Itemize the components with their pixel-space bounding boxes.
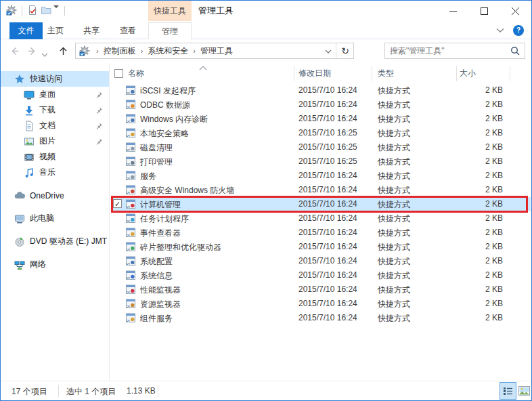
sidebar-item-pictures[interactable]: 图片 bbox=[1, 133, 109, 149]
file-size: 2 KB bbox=[453, 185, 503, 194]
file-row[interactable]: Windows 内存诊断2015/7/10 16:24快捷方式2 KB bbox=[111, 112, 531, 126]
file-row[interactable]: 资源监视器2015/7/10 16:24快捷方式2 KB bbox=[111, 297, 531, 311]
address-bar[interactable]: ›控制面板›系统和安全›管理工具 ↻ bbox=[75, 43, 354, 59]
file-icon bbox=[126, 213, 136, 224]
tab-share[interactable]: 共享 bbox=[75, 22, 108, 39]
file-type: 快捷方式 bbox=[378, 85, 410, 97]
select-all-checkbox[interactable] bbox=[114, 69, 123, 78]
sidebar-item-quick-access[interactable]: 快速访问 bbox=[1, 71, 109, 87]
breadcrumb-root-icon bbox=[79, 45, 90, 56]
file-date: 2015/7/10 16:24 bbox=[298, 299, 357, 308]
ribbon-collapse-button[interactable] bbox=[496, 21, 504, 39]
help-icon: ? bbox=[513, 25, 524, 36]
chevron-down-icon bbox=[496, 28, 504, 33]
videos-icon bbox=[24, 152, 35, 163]
file-row[interactable]: ✓计算机管理2015/7/10 16:24快捷方式2 KB bbox=[111, 197, 531, 211]
titlebar: 快捷工具 管理工具 bbox=[1, 1, 531, 21]
properties-icon[interactable] bbox=[27, 5, 39, 17]
thumbnails-view-icon bbox=[518, 386, 530, 396]
new-folder-icon[interactable] bbox=[41, 5, 53, 17]
column-header-size[interactable]: 大小 bbox=[460, 68, 476, 79]
file-icon bbox=[126, 228, 136, 238]
file-row[interactable]: iSCSI 发起程序2015/7/10 16:24快捷方式2 KB bbox=[111, 83, 531, 98]
file-size: 2 KB bbox=[453, 171, 503, 180]
file-row[interactable]: 服务2015/7/10 16:24快捷方式2 KB bbox=[111, 169, 531, 183]
file-icon bbox=[126, 171, 136, 181]
sidebar-item-this-pc[interactable]: 此电脑 bbox=[1, 211, 109, 226]
properties-icon bbox=[27, 5, 38, 16]
sidebar-item-videos[interactable]: 视频 bbox=[1, 149, 109, 165]
forward-icon[interactable] bbox=[26, 45, 38, 57]
file-row[interactable]: 性能监视器2015/7/10 16:24快捷方式2 KB bbox=[111, 282, 531, 297]
tab-home[interactable]: 主页 bbox=[39, 22, 72, 39]
breadcrumb-item[interactable]: 控制面板 bbox=[104, 45, 136, 57]
file-row[interactable]: 系统配置2015/7/10 16:24快捷方式2 KB bbox=[111, 254, 531, 268]
refresh-icon[interactable]: ↻ bbox=[339, 45, 351, 57]
minimize-button[interactable] bbox=[437, 1, 468, 21]
recent-locations-icon[interactable] bbox=[41, 48, 53, 60]
file-row[interactable]: 任务计划程序2015/7/10 16:24快捷方式2 KB bbox=[111, 211, 531, 226]
file-size: 2 KB bbox=[453, 313, 503, 322]
sidebar-item-downloads[interactable]: 下载 bbox=[1, 102, 109, 118]
status-bar: 17 个项目 选中 1 个项目 1.13 KB bbox=[1, 381, 531, 400]
file-type: 快捷方式 bbox=[378, 156, 410, 168]
sidebar-item-network[interactable]: 网络 bbox=[1, 257, 109, 272]
qat-separator bbox=[64, 6, 65, 16]
tab-manage[interactable]: 管理 bbox=[148, 22, 192, 39]
music-icon bbox=[24, 167, 35, 178]
breadcrumb-separator: › bbox=[141, 47, 143, 55]
navigation-pane: 快速访问桌面下载文档图片视频音乐OneDrive此电脑DVD 驱动器 (E:) … bbox=[1, 63, 110, 381]
thumbnails-view-button[interactable] bbox=[517, 382, 531, 400]
sidebar-item-dvd-drive[interactable]: DVD 驱动器 (E:) JMT bbox=[1, 234, 109, 249]
file-date: 2015/7/10 16:25 bbox=[298, 156, 357, 166]
file-row[interactable]: 磁盘清理2015/7/10 16:25快捷方式2 KB bbox=[111, 140, 531, 154]
file-row[interactable]: 碎片整理和优化驱动器2015/7/10 16:24快捷方式2 KB bbox=[111, 240, 531, 254]
pin-icon bbox=[95, 91, 103, 99]
file-row[interactable]: ODBC 数据源2015/7/10 16:24快捷方式2 KB bbox=[111, 98, 531, 112]
file-size: 2 KB bbox=[453, 213, 503, 223]
file-type: 快捷方式 bbox=[378, 142, 410, 154]
details-view-button[interactable] bbox=[500, 382, 516, 400]
file-row[interactable]: 事件查看器2015/7/10 16:24快捷方式2 KB bbox=[111, 226, 531, 240]
back-icon[interactable] bbox=[9, 45, 20, 57]
up-icon[interactable] bbox=[58, 45, 69, 57]
file-row[interactable]: 本地安全策略2015/7/10 16:25快捷方式2 KB bbox=[111, 126, 531, 140]
sidebar-item-music[interactable]: 音乐 bbox=[1, 165, 109, 180]
qat-separator bbox=[22, 6, 22, 16]
column-header-date[interactable]: 修改日期 bbox=[298, 68, 331, 79]
breadcrumb-item[interactable]: 系统和安全 bbox=[148, 45, 188, 57]
file-name: 磁盘清理 bbox=[140, 142, 173, 154]
file-row[interactable]: 组件服务2015/7/10 16:24快捷方式2 KB bbox=[111, 311, 531, 325]
customize-quick-access-icon[interactable] bbox=[53, 8, 60, 14]
file-type: 快捷方式 bbox=[378, 256, 410, 268]
file-type: 快捷方式 bbox=[378, 299, 410, 310]
search-input[interactable]: 搜索"管理工具" bbox=[385, 45, 510, 57]
tab-file[interactable]: 文件 bbox=[9, 22, 43, 39]
file-type: 快捷方式 bbox=[378, 242, 410, 253]
sidebar-item-onedrive[interactable]: OneDrive bbox=[1, 188, 109, 203]
help-button[interactable]: ? bbox=[513, 21, 524, 39]
maximize-button[interactable] bbox=[468, 1, 500, 21]
sidebar-item-label: 图片 bbox=[39, 135, 56, 147]
file-icon bbox=[126, 114, 136, 124]
file-row[interactable]: 系统信息2015/7/10 16:24快捷方式2 KB bbox=[111, 268, 531, 282]
close-button[interactable] bbox=[500, 1, 531, 21]
row-checkbox[interactable]: ✓ bbox=[113, 199, 122, 208]
tab-view[interactable]: 查看 bbox=[112, 22, 144, 39]
pin-icon bbox=[95, 122, 103, 130]
sidebar-item-documents[interactable]: 文档 bbox=[1, 118, 109, 133]
sidebar-item-label: 音乐 bbox=[39, 167, 56, 178]
sidebar-item-desktop[interactable]: 桌面 bbox=[1, 87, 109, 102]
file-row[interactable]: 高级安全 Windows 防火墙2015/7/10 16:24快捷方式2 KB bbox=[111, 183, 531, 197]
breadcrumb-item[interactable]: 管理工具 bbox=[200, 45, 233, 57]
file-date: 2015/7/10 16:25 bbox=[298, 142, 357, 152]
column-header-type[interactable]: 类型 bbox=[378, 68, 394, 79]
pin-icon bbox=[95, 91, 103, 99]
search-box[interactable]: 搜索"管理工具" bbox=[384, 43, 525, 59]
admin-tools-app-icon[interactable] bbox=[6, 5, 18, 17]
file-type: 快捷方式 bbox=[378, 228, 410, 239]
address-dropdown-icon[interactable] bbox=[325, 45, 332, 57]
column-header-name[interactable]: 名称 bbox=[128, 68, 144, 79]
selection-count: 选中 1 个项目 bbox=[66, 386, 116, 398]
file-row[interactable]: 打印管理2015/7/10 16:25快捷方式2 KB bbox=[111, 154, 531, 169]
